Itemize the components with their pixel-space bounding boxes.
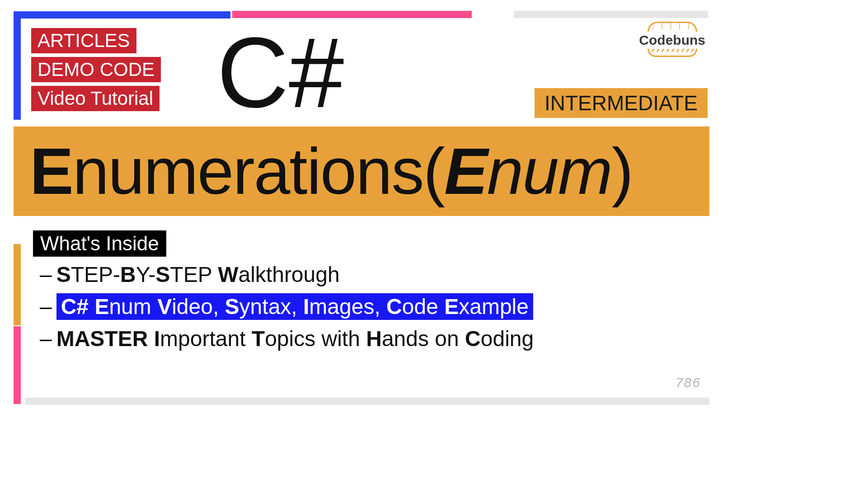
topic-title-bar: Enumerations (Enum) (14, 127, 709, 216)
bullet-item-3: – MASTER Important Topics with Hands on … (40, 326, 534, 351)
brand-logo: Codebuns (639, 22, 705, 57)
tag-video-tutorial: Video Tutorial (31, 86, 160, 111)
page-number: 786 (676, 375, 701, 390)
language-title: C# (217, 16, 344, 130)
tag-articles: ARTICLES (31, 28, 136, 53)
bullet-list: – STEP-BY-STEP Walkthrough – C# Enum Vid… (40, 262, 534, 357)
title-letter-e2: E (444, 134, 487, 209)
brand-name: Codebuns (639, 33, 705, 48)
bullet-item-1: – STEP-BY-STEP Walkthrough (40, 262, 534, 287)
accent-bar-top-blue (14, 11, 230, 19)
burger-top-icon (647, 22, 697, 32)
title-word-numerations: numerations (73, 134, 423, 209)
tag-list: ARTICLES DEMO CODE Video Tutorial (31, 28, 161, 115)
highlight-bullet: C# Enum Video, Syntax, Images, Code Exam… (56, 293, 533, 320)
accent-bar-left-pink (14, 326, 21, 404)
accent-bar-left-orange (14, 244, 21, 325)
accent-bar-left-blue (14, 11, 21, 120)
bullet-item-2: – C# Enum Video, Syntax, Images, Code Ex… (40, 293, 534, 320)
title-letter-e1: E (30, 134, 73, 209)
whats-inside-heading: What's Inside (33, 230, 166, 257)
title-word-num: num (487, 134, 612, 209)
burger-bottom-icon (647, 49, 697, 57)
title-paren-close: ) (612, 134, 633, 209)
level-badge: INTERMEDIATE (535, 88, 708, 118)
title-paren-open: ( (423, 134, 444, 209)
accent-bar-top-gray (514, 11, 708, 18)
tag-demo-code: DEMO CODE (31, 57, 161, 82)
accent-bar-bottom-gray (25, 398, 709, 405)
